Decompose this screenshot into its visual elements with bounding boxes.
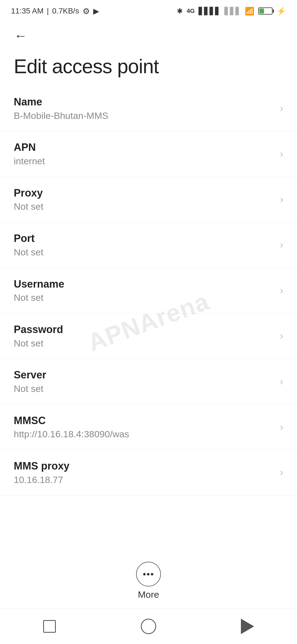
chevron-name-icon: › [280, 103, 283, 114]
status-speed: 0.7KB/s [52, 7, 79, 15]
status-time: 11:35 AM [11, 7, 43, 15]
status-bar: 11:35 AM | 0.7KB/s ⚙ ▶ ✱ 4G ▋▋▋▋ ▋▋▋ 📶 ⚡ [0, 0, 297, 22]
settings-item-server-value: Not set [14, 383, 274, 394]
settings-item-password[interactable]: Password Not set › [0, 313, 297, 359]
chevron-mmsc-icon: › [280, 421, 283, 433]
settings-item-port-value: Not set [14, 247, 274, 258]
more-circle: ••• [136, 562, 161, 586]
settings-item-port[interactable]: Port Not set › [0, 222, 297, 268]
recent-apps-icon [43, 620, 56, 633]
recent-apps-button[interactable] [38, 615, 61, 637]
settings-item-apn-content: APN internet [14, 141, 274, 167]
battery-indicator [258, 7, 273, 15]
more-label: More [138, 589, 159, 600]
settings-item-apn-label: APN [14, 141, 274, 154]
nav-bar [0, 608, 297, 644]
wifi-icon: 📶 [245, 7, 254, 16]
top-bar: ← [0, 22, 297, 50]
settings-item-server[interactable]: Server Not set › [0, 359, 297, 404]
settings-icon: ⚙ [82, 6, 90, 16]
settings-item-server-label: Server [14, 369, 274, 381]
video-icon: ▶ [93, 7, 99, 16]
settings-item-mmsc-label: MMSC [14, 414, 274, 427]
settings-item-username-content: Username Not set [14, 278, 274, 303]
status-left: 11:35 AM | 0.7KB/s ⚙ ▶ [11, 6, 99, 16]
back-arrow-icon: ← [14, 29, 27, 42]
chevron-password-icon: › [280, 330, 283, 342]
settings-item-proxy[interactable]: Proxy Not set › [0, 177, 297, 222]
settings-item-name-label: Name [14, 96, 274, 108]
settings-item-mmsc-content: MMSC http://10.16.18.4:38090/was [14, 414, 274, 440]
battery-fill [259, 9, 264, 13]
settings-item-mmsc-value: http://10.16.18.4:38090/was [14, 429, 274, 440]
settings-item-name[interactable]: Name B-Mobile-Bhutan-MMS › [0, 86, 297, 131]
settings-item-mms-proxy-value: 10.16.18.77 [14, 474, 274, 485]
settings-item-port-content: Port Not set [14, 232, 274, 258]
settings-item-proxy-value: Not set [14, 201, 274, 212]
settings-item-proxy-content: Proxy Not set [14, 187, 274, 212]
more-dots-icon: ••• [143, 569, 154, 579]
settings-item-proxy-label: Proxy [14, 187, 274, 200]
battery-box [258, 7, 273, 15]
settings-item-username-value: Not set [14, 292, 274, 303]
settings-item-mmsc[interactable]: MMSC http://10.16.18.4:38090/was › [0, 405, 297, 450]
signal-bars2-icon: ▋▋▋ [224, 7, 241, 15]
settings-item-name-value: B-Mobile-Bhutan-MMS [14, 110, 274, 121]
chevron-mms-proxy-icon: › [280, 467, 283, 478]
settings-item-port-label: Port [14, 232, 274, 245]
signal-4g-icon: 4G [187, 7, 195, 15]
settings-item-password-label: Password [14, 323, 274, 336]
back-nav-button[interactable] [237, 615, 258, 637]
home-button[interactable] [138, 615, 160, 637]
chevron-server-icon: › [280, 376, 283, 388]
settings-list: Name B-Mobile-Bhutan-MMS › APN internet … [0, 86, 297, 496]
settings-item-mms-proxy-label: MMS proxy [14, 460, 274, 473]
settings-item-mms-proxy-content: MMS proxy 10.16.18.77 [14, 460, 274, 485]
charging-icon: ⚡ [276, 7, 286, 16]
more-button[interactable]: ••• More [136, 562, 161, 600]
chevron-username-icon: › [280, 285, 283, 296]
page-title: Edit access point [0, 50, 297, 86]
bluetooth-icon: ✱ [177, 7, 183, 15]
settings-item-apn-value: internet [14, 155, 274, 167]
home-icon [141, 619, 156, 634]
settings-item-server-content: Server Not set [14, 369, 274, 394]
status-separator: | [47, 7, 49, 15]
settings-item-mms-proxy[interactable]: MMS proxy 10.16.18.77 › [0, 450, 297, 495]
settings-item-password-value: Not set [14, 338, 274, 349]
signal-bars-icon: ▋▋▋▋ [199, 7, 221, 15]
back-button[interactable]: ← [11, 26, 30, 45]
chevron-apn-icon: › [280, 148, 283, 160]
chevron-proxy-icon: › [280, 194, 283, 205]
settings-item-password-content: Password Not set [14, 323, 274, 349]
settings-item-apn[interactable]: APN internet › [0, 131, 297, 177]
back-nav-icon [241, 619, 254, 634]
settings-item-username-label: Username [14, 278, 274, 291]
settings-item-username[interactable]: Username Not set › [0, 268, 297, 313]
chevron-port-icon: › [280, 239, 283, 251]
settings-item-name-content: Name B-Mobile-Bhutan-MMS [14, 96, 274, 121]
status-right: ✱ 4G ▋▋▋▋ ▋▋▋ 📶 ⚡ [177, 7, 286, 16]
